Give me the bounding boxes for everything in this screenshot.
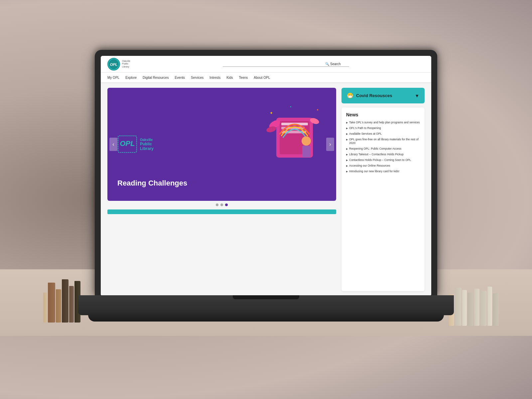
laptop-hinge — [233, 295, 299, 299]
nav-item-my-opl[interactable]: My OPL — [107, 75, 119, 80]
slider-dots — [107, 203, 336, 206]
search-icon: 🔍 — [325, 62, 329, 66]
news-item-text: OPL goes fine-free on all library materi… — [349, 138, 420, 145]
search-area: 🔍 Search — [147, 62, 425, 67]
site-header: OPL Oakville Public Library — [101, 56, 431, 72]
slider-section: ‹ OPL — [107, 88, 336, 291]
news-item-text: Accessing our Online Resources — [349, 164, 390, 168]
slide-oakville: Oakville — [140, 138, 154, 142]
news-arrow-icon: ▶ — [346, 164, 348, 167]
nav-item-digital-resources[interactable]: Digital Resources — [143, 75, 169, 80]
svg-text:✦: ✦ — [316, 108, 319, 112]
nav-item-about-opl[interactable]: About OPL — [254, 75, 270, 80]
news-item-4[interactable]: ▶ OPL goes fine-free on all library mate… — [346, 138, 420, 145]
laptop-base-bottom — [88, 313, 444, 322]
news-item-5[interactable]: ▶ Reopening OPL: Public Computer Access — [346, 147, 420, 151]
news-item-1[interactable]: ▶ Take OPL's survey and help plan progra… — [346, 121, 420, 124]
laptop: OPL Oakville Public Library — [78, 50, 454, 349]
news-item-3[interactable]: ▶ Available Services at OPL — [346, 132, 420, 136]
nav-item-kids[interactable]: Kids — [226, 75, 233, 80]
hero-slider: ‹ OPL — [107, 88, 336, 201]
news-arrow-icon: ▶ — [346, 147, 348, 150]
logo-subtitle3: Library — [122, 66, 130, 68]
logo-subtitle2: Public — [122, 63, 130, 65]
logo-area: OPL Oakville Public Library — [107, 58, 147, 70]
news-list: ▶ Take OPL's survey and help plan progra… — [346, 121, 420, 173]
news-item-text: Take OPL's survey and help plan programs… — [349, 121, 420, 124]
svg-text:✦: ✦ — [270, 111, 273, 115]
news-arrow-icon: ▶ — [346, 159, 348, 162]
books-left — [43, 273, 80, 323]
search-label: Search — [330, 62, 341, 66]
news-arrow-icon: ▶ — [346, 138, 348, 141]
slider-next-button[interactable]: › — [326, 138, 334, 151]
news-item-2[interactable]: ▶ OPL's Path to Reopening — [346, 126, 420, 130]
books-right — [449, 259, 499, 326]
slider-prev-button[interactable]: ‹ — [109, 138, 117, 151]
dot-1[interactable] — [216, 203, 218, 206]
slide-public: Public — [140, 142, 154, 146]
news-arrow-icon: ▶ — [346, 127, 348, 130]
svg-text:✦: ✦ — [290, 105, 292, 108]
laptop-base — [78, 295, 454, 315]
news-item-text: OPL's Path to Reopening — [349, 126, 381, 130]
logo-subtitle: Oakville — [122, 60, 130, 63]
nav-item-explore[interactable]: Explore — [125, 75, 137, 80]
search-bar[interactable]: 🔍 Search — [223, 62, 349, 67]
mask-icon: 😷 — [347, 92, 353, 99]
main-content: ‹ OPL — [101, 83, 431, 296]
news-arrow-icon: ▶ — [346, 153, 348, 156]
search-button[interactable]: 🔍 Search — [325, 62, 341, 66]
dot-3[interactable] — [225, 203, 228, 206]
svg-point-9 — [302, 136, 311, 146]
covid-resources-button[interactable]: 😷 Covid Resousces ▼ — [341, 88, 425, 103]
news-title: News — [346, 112, 420, 117]
logo-text: Oakville Public Library — [122, 60, 130, 68]
dot-2[interactable] — [220, 203, 223, 206]
slide-library: Library — [140, 146, 154, 151]
slider-content: OPL Oakville Public Library — [107, 88, 336, 201]
news-arrow-icon: ▶ — [346, 132, 348, 135]
news-item-text: Contactless Holds Pickup – Coming Soon t… — [349, 158, 411, 162]
news-item-8[interactable]: ▶ Accessing our Online Resources — [346, 164, 420, 168]
nav-item-intrests[interactable]: Intrests — [209, 75, 220, 80]
news-arrow-icon: ▶ — [346, 170, 348, 173]
news-arrow-icon: ▶ — [346, 121, 348, 124]
news-item-text: Available Services at OPL — [349, 132, 382, 136]
nav-item-services[interactable]: Services — [191, 75, 203, 80]
nav-item-teens[interactable]: Teens — [239, 75, 248, 80]
nav-item-events[interactable]: Events — [175, 75, 185, 80]
right-panel: 😷 Covid Resousces ▼ News ▶ Take OPL's su… — [341, 88, 425, 291]
news-item-7[interactable]: ▶ Contactless Holds Pickup – Coming Soon… — [346, 158, 420, 162]
main-nav: My OPL Explore Digital Resources Events … — [101, 72, 431, 83]
news-item-9[interactable]: ▶ Introducing our new library card for k… — [346, 170, 420, 173]
slide-illustration: ✦ ✦ ✦ — [263, 91, 330, 184]
news-panel: News ▶ Take OPL's survey and help plan p… — [341, 107, 425, 291]
news-item-text: Library Takeout – Contactless Holds Pick… — [349, 153, 404, 156]
search-input[interactable] — [225, 62, 325, 66]
screen-inner: OPL Oakville Public Library — [101, 56, 431, 296]
website: OPL Oakville Public Library — [101, 56, 431, 296]
news-item-text: Introducing our new library card for kid… — [349, 170, 399, 173]
slide-logo: OPL Oakville Public Library — [117, 135, 154, 154]
screen-bezel: OPL Oakville Public Library — [95, 50, 437, 296]
slide-title: Reading Challenges — [117, 179, 187, 188]
svg-text:OPL: OPL — [110, 63, 118, 66]
news-item-text: Reopening OPL: Public Computer Access — [349, 147, 401, 151]
news-item-6[interactable]: ▶ Library Takeout – Contactless Holds Pi… — [346, 153, 420, 156]
bottom-teal-bar — [107, 209, 336, 214]
svg-text:OPL: OPL — [120, 139, 135, 148]
chevron-down-icon: ▼ — [415, 93, 419, 98]
covid-label: Covid Resousces — [356, 93, 392, 98]
logo-badge: OPL — [107, 58, 120, 70]
svg-rect-10 — [302, 146, 310, 157]
